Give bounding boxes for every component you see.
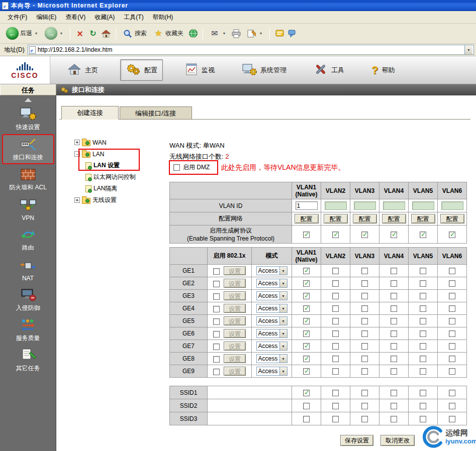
settings-button-ge7[interactable]: 设置	[224, 342, 246, 351]
ge9-vlan1-checkbox[interactable]	[303, 368, 310, 375]
settings-button-ge8[interactable]: 设置	[224, 354, 246, 363]
menu-file[interactable]: 文件(F)	[3, 11, 32, 24]
ge3-vlan2-checkbox[interactable]	[332, 293, 339, 299]
dot1x-checkbox-ge1[interactable]	[213, 268, 220, 275]
vlan-id-input-vlan4[interactable]	[383, 201, 405, 210]
back-dropdown-icon[interactable]	[34, 32, 39, 35]
dropdown-arrow-icon[interactable]	[279, 355, 287, 363]
sidebar-item-firewall-acl[interactable]: 防火墙和 ACL	[2, 164, 54, 194]
tab-create-connection[interactable]: 创建连接	[61, 106, 119, 120]
ge1-vlan3-checkbox[interactable]	[361, 268, 368, 274]
ssid2-vlan1-checkbox[interactable]	[303, 403, 310, 409]
dropdown-arrow-icon[interactable]	[279, 317, 287, 325]
dropdown-arrow-icon[interactable]	[279, 367, 287, 375]
expand-icon[interactable]	[74, 140, 80, 145]
mode-select-ge8[interactable]: Access	[256, 354, 288, 363]
favorites-button[interactable]: 收藏夹	[151, 27, 185, 41]
ge9-vlan6-checkbox[interactable]	[449, 368, 455, 375]
ge5-vlan6-checkbox[interactable]	[449, 318, 455, 324]
settings-button-ge4[interactable]: 设置	[224, 304, 246, 313]
tab-edit-interface[interactable]: 编辑接口/连接	[120, 106, 192, 120]
settings-button-ge9[interactable]: 设置	[224, 367, 246, 376]
nav-item-configure[interactable]: 配置	[120, 59, 163, 81]
address-dropdown-icon[interactable]	[464, 45, 472, 54]
ssid3-vlan3-checkbox[interactable]	[361, 416, 368, 422]
settings-button-ge5[interactable]: 设置	[224, 316, 246, 325]
ge1-vlan5-checkbox[interactable]	[420, 268, 426, 274]
search-button[interactable]: 搜索	[120, 27, 149, 41]
dot1x-checkbox-ge9[interactable]	[213, 369, 220, 375]
ge3-vlan1-checkbox[interactable]	[303, 293, 310, 299]
settings-button-ge2[interactable]: 设置	[224, 279, 246, 288]
sidebar-item-quick-setup[interactable]: 快速设置	[2, 104, 54, 134]
sidebar-item-nat[interactable]: NAT	[2, 255, 54, 285]
configure-network-button-vlan5[interactable]: 配置	[411, 214, 435, 223]
ge4-vlan2-checkbox[interactable]	[332, 305, 339, 312]
dot1x-checkbox-ge4[interactable]	[213, 306, 220, 312]
ssid2-vlan2-checkbox[interactable]	[332, 403, 339, 409]
ge4-vlan5-checkbox[interactable]	[420, 305, 426, 312]
ge6-vlan1-checkbox[interactable]	[303, 330, 310, 337]
ssid1-vlan5-checkbox[interactable]	[420, 390, 426, 396]
forward-dropdown-icon[interactable]	[59, 32, 64, 35]
ge7-vlan1-checkbox[interactable]	[303, 343, 310, 350]
tree-node-wireless[interactable]: 无线设置	[74, 194, 136, 206]
configure-network-button-vlan2[interactable]: 配置	[324, 214, 348, 223]
menu-help[interactable]: 帮助(H)	[148, 11, 178, 24]
ssid1-vlan6-checkbox[interactable]	[449, 390, 455, 396]
ge2-vlan5-checkbox[interactable]	[420, 280, 426, 287]
ssid1-vlan1-checkbox[interactable]	[303, 390, 310, 396]
tree-node-wan[interactable]: WAN	[74, 137, 136, 148]
menu-edit[interactable]: 编辑(E)	[32, 11, 61, 24]
ssid2-vlan5-checkbox[interactable]	[420, 403, 426, 409]
back-button[interactable]: 后退	[4, 26, 41, 41]
dot1x-checkbox-ge7[interactable]	[213, 344, 220, 350]
mode-select-ge4[interactable]: Access	[256, 304, 288, 313]
vlan-id-input-vlan3[interactable]	[354, 201, 376, 210]
messenger-button[interactable]	[274, 28, 285, 40]
nav-item-monitor[interactable]: 监视	[180, 60, 220, 80]
ge4-vlan4-checkbox[interactable]	[391, 305, 397, 312]
tree-node-ethernet-access[interactable]: 以太网访问控制	[74, 171, 136, 183]
ge8-vlan1-checkbox[interactable]	[303, 356, 310, 362]
ge6-vlan6-checkbox[interactable]	[449, 330, 455, 337]
sidebar-item-interfaces-connections[interactable]: 接口和连接	[2, 134, 54, 164]
ssid2-vlan4-checkbox[interactable]	[391, 403, 397, 409]
dropdown-arrow-icon[interactable]	[279, 279, 287, 287]
settings-button-ge3[interactable]: 设置	[224, 291, 246, 300]
ssid3-vlan1-checkbox[interactable]	[303, 416, 310, 422]
ge1-vlan1-checkbox[interactable]	[303, 268, 310, 274]
discuss-button[interactable]	[287, 28, 298, 40]
ge8-vlan6-checkbox[interactable]	[449, 356, 455, 362]
address-input[interactable]	[38, 46, 462, 53]
dot1x-checkbox-ge2[interactable]	[213, 281, 220, 287]
ge1-vlan6-checkbox[interactable]	[449, 268, 455, 274]
ge8-vlan3-checkbox[interactable]	[361, 356, 368, 362]
stp-checkbox-vlan4[interactable]	[391, 232, 397, 238]
vlan-id-input-vlan5[interactable]	[412, 201, 434, 210]
dot1x-checkbox-ge6[interactable]	[213, 331, 220, 337]
ssid3-vlan6-checkbox[interactable]	[449, 416, 455, 422]
ge5-vlan4-checkbox[interactable]	[391, 318, 397, 324]
dot1x-checkbox-ge8[interactable]	[213, 356, 220, 363]
configure-network-button-vlan1[interactable]: 配置	[295, 214, 319, 223]
ge3-vlan4-checkbox[interactable]	[391, 293, 397, 299]
mail-button[interactable]	[207, 27, 229, 41]
sidebar-item-qos[interactable]: 服务质量	[2, 315, 54, 345]
ge2-vlan6-checkbox[interactable]	[449, 280, 455, 287]
ssid3-vlan4-checkbox[interactable]	[391, 416, 397, 422]
menu-favorites[interactable]: 收藏(A)	[90, 11, 119, 24]
dot1x-checkbox-ge5[interactable]	[213, 318, 220, 325]
vlan-id-input-vlan6[interactable]	[441, 201, 463, 210]
mail-dropdown-icon[interactable]	[222, 32, 227, 35]
ssid2-vlan3-checkbox[interactable]	[361, 403, 368, 409]
save-settings-button[interactable]: 保存设置	[340, 435, 373, 446]
mode-select-ge7[interactable]: Access	[256, 342, 288, 351]
expand-icon[interactable]	[74, 197, 80, 203]
nav-item-help[interactable]: ?帮助	[366, 61, 400, 80]
nav-item-home[interactable]: 主页	[62, 60, 103, 80]
ge2-vlan1-checkbox[interactable]	[303, 280, 310, 287]
scroll-up-icon[interactable]	[25, 98, 32, 102]
print-button[interactable]	[231, 28, 242, 40]
nav-item-tools[interactable]: 工具	[309, 60, 349, 80]
